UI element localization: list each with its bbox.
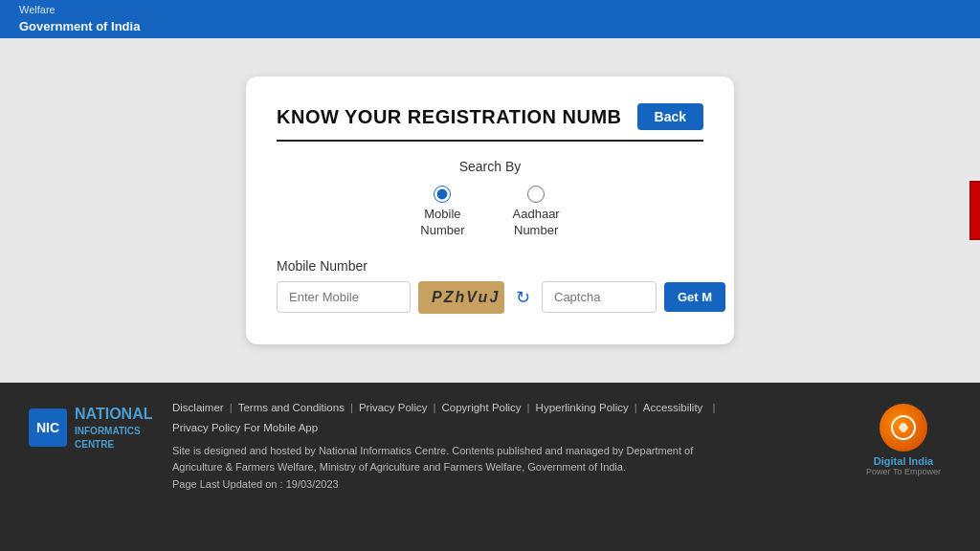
footer-link-disclaimer[interactable]: Disclaimer <box>172 400 224 416</box>
footer-desc-line2: Agriculture & Farmers Welfare, Ministry … <box>172 461 626 473</box>
header: Welfare Government of India <box>0 0 980 38</box>
footer-link-hyperlinking[interactable]: Hyperlinking Policy <box>536 400 629 416</box>
get-mobile-button[interactable]: Get M <box>664 282 725 312</box>
nic-logo: NIC NATIONAL INFORMATICS CENTRE <box>29 404 153 452</box>
header-line2: Government of India <box>19 18 140 35</box>
svg-marker-0 <box>970 143 980 277</box>
aadhaar-number-radio[interactable] <box>527 186 545 203</box>
back-button[interactable]: Back <box>637 103 703 130</box>
footer-link-accessibility[interactable]: Accessibility <box>643 400 703 416</box>
footer-center: Disclaimer | Terms and Conditions | Priv… <box>172 400 836 493</box>
red-arrow-annotation <box>951 134 980 287</box>
mobile-number-label-radio: MobileNumber <box>420 207 464 239</box>
footer-link-terms[interactable]: Terms and Conditions <box>238 400 345 416</box>
footer-desc-line1: Site is designed and hosted by National … <box>172 445 693 456</box>
mobile-number-option[interactable]: MobileNumber <box>420 186 464 239</box>
main-content: KNOW YOUR REGISTRATION NUMB Back Search … <box>0 38 980 383</box>
digital-india-emblem <box>880 404 927 452</box>
footer-description: Site is designed and hosted by National … <box>172 443 836 494</box>
nic-logo-box: NIC NATIONAL INFORMATICS CENTRE <box>29 404 152 452</box>
footer-links: Disclaimer | Terms and Conditions | Priv… <box>172 400 836 437</box>
mobile-number-radio[interactable] <box>434 186 451 203</box>
digital-india-sub: Power To Empower <box>866 467 941 476</box>
footer: NIC NATIONAL INFORMATICS CENTRE Disclaim… <box>0 383 980 551</box>
footer-link-copyright[interactable]: Copyright Policy <box>441 400 521 416</box>
digital-india-label: Digital India <box>874 455 933 467</box>
radio-options-row: MobileNumber AadhaarNumber <box>277 186 703 239</box>
digital-india-icon <box>889 413 918 442</box>
search-by-label: Search By <box>277 159 703 174</box>
nic-name-line3: CENTRE <box>75 438 152 452</box>
footer-link-privacy-mobile[interactable]: Privacy Policy For Mobile App <box>172 420 318 436</box>
captcha-input[interactable] <box>542 281 657 313</box>
input-row: PZhVuJ ↻ Get M <box>277 281 703 314</box>
nic-name-line1: NATIONAL <box>75 404 152 425</box>
nic-name-line2: INFORMATICS <box>75 425 152 438</box>
card-title-row: KNOW YOUR REGISTRATION NUMB Back <box>277 103 703 142</box>
nic-text: NATIONAL INFORMATICS CENTRE <box>75 404 152 452</box>
mobile-input[interactable] <box>277 281 411 313</box>
footer-link-privacy[interactable]: Privacy Policy <box>359 400 428 416</box>
footer-last-updated: Page Last Updated on : 19/03/2023 <box>172 478 339 490</box>
mobile-number-field-label: Mobile Number <box>277 258 703 274</box>
digital-india-logo: Digital India Power To Empower <box>856 404 951 476</box>
aadhaar-number-option[interactable]: AadhaarNumber <box>513 186 560 239</box>
header-line1: Welfare <box>19 3 140 17</box>
nic-emblem: NIC <box>29 408 67 447</box>
registration-card: KNOW YOUR REGISTRATION NUMB Back Search … <box>246 77 734 344</box>
captcha-image: PZhVuJ <box>418 281 504 314</box>
aadhaar-number-label-radio: AadhaarNumber <box>513 207 560 239</box>
refresh-captcha-button[interactable]: ↻ <box>512 283 534 312</box>
header-text: Welfare Government of India <box>19 3 140 35</box>
card-title: KNOW YOUR REGISTRATION NUMB <box>277 106 622 128</box>
